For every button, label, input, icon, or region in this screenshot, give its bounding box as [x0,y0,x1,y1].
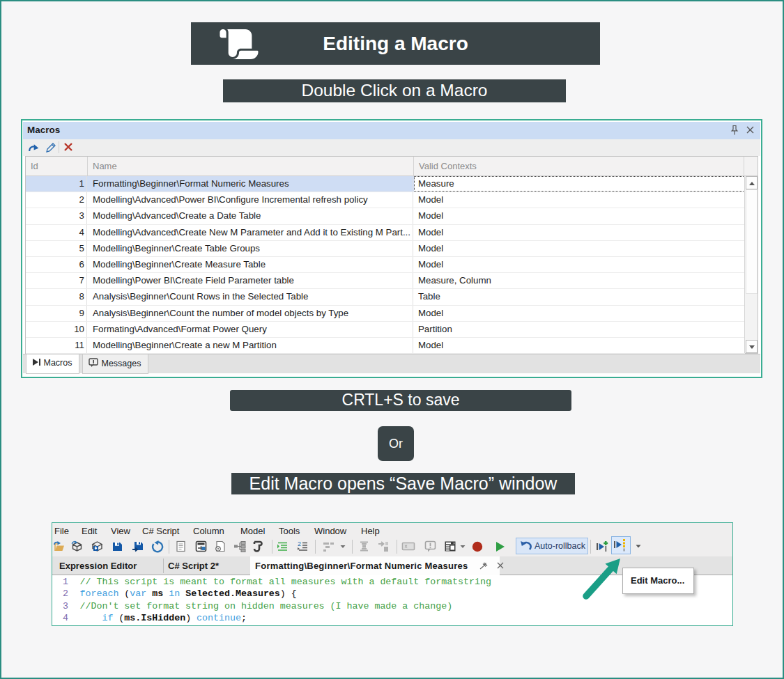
svg-text:2: 2 [298,540,301,547]
